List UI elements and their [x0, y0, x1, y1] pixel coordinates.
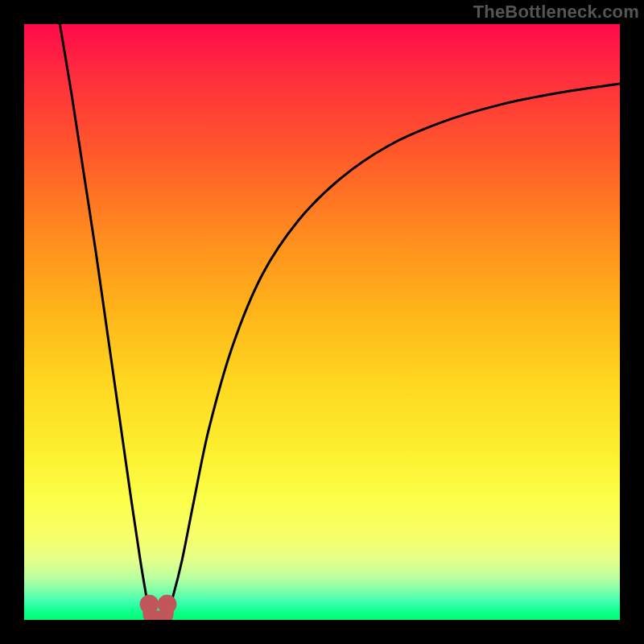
chart-svg: [24, 24, 620, 620]
trough-dot-right-icon: [158, 595, 177, 614]
chart-frame: TheBottleneck.com: [0, 0, 644, 644]
watermark-label: TheBottleneck.com: [473, 2, 639, 23]
right-curve-path: [167, 84, 620, 614]
trough-dot-left-icon: [140, 595, 159, 614]
left-curve-path: [60, 24, 149, 614]
chart-plot-area: [24, 24, 620, 620]
